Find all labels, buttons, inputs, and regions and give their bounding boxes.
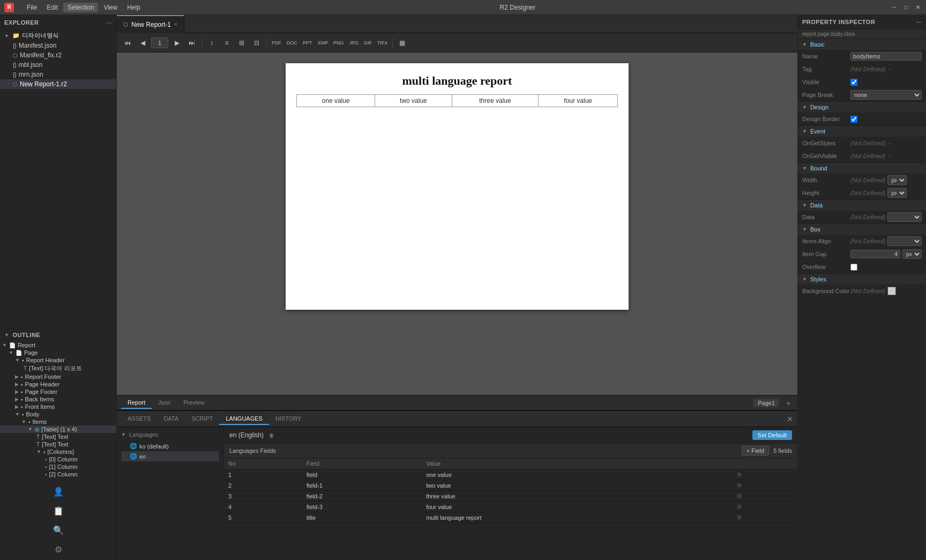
prop-section-box-title[interactable]: ▼ Box: [798, 224, 926, 235]
menu-file[interactable]: File: [23, 3, 41, 12]
canvas-area[interactable]: multi language report one value two valu…: [117, 53, 797, 395]
file-manifest-r2[interactable]: ⬡ Manifest_fix.r2: [0, 50, 116, 60]
on-get-styles-dots-icon[interactable]: [887, 140, 892, 146]
row-delete-icon[interactable]: ⊖: [737, 503, 742, 510]
set-default-button[interactable]: Set Default: [752, 430, 792, 440]
outline-header[interactable]: ▼ OUTLINE: [0, 328, 116, 341]
nav-next-button[interactable]: ▶: [170, 36, 183, 49]
report-tab[interactable]: ⬡ New Report-1 ×: [117, 15, 184, 33]
outline-table[interactable]: ▼ ⊞ [Table] (1 x 4): [0, 425, 116, 433]
fit-button[interactable]: ↕: [205, 36, 218, 49]
tab-close-icon[interactable]: ×: [174, 21, 177, 27]
prop-section-bound-title[interactable]: ▼ Bound: [798, 163, 926, 174]
outline-report-header[interactable]: ▼ ▪ Report Header: [0, 356, 116, 364]
sidebar-options-icon[interactable]: ···: [106, 18, 112, 27]
outline-page[interactable]: ▼ 📄 Page: [0, 349, 116, 356]
search-icon-button[interactable]: 🔍: [50, 521, 67, 539]
file-mrn-json[interactable]: {} mrn.json: [0, 70, 116, 79]
outline-report[interactable]: ▼ 📄 Report: [0, 341, 116, 349]
lang-delete-icon[interactable]: 🗑: [269, 432, 274, 438]
visible-checkbox[interactable]: [850, 79, 857, 86]
export-png-button[interactable]: PNG: [332, 36, 346, 49]
overflow-checkbox[interactable]: [850, 264, 857, 271]
menu-edit[interactable]: Edit: [42, 3, 62, 12]
tag-dots-icon[interactable]: [887, 66, 892, 72]
export-jpg-button[interactable]: JPG: [348, 36, 361, 49]
prop-section-event-title[interactable]: ▼ Event: [798, 126, 926, 137]
tab-script[interactable]: SCRIPT: [185, 413, 219, 425]
prop-section-basic-title[interactable]: ▼ Basic: [798, 39, 926, 50]
grid-view-button[interactable]: ▦: [396, 36, 409, 49]
prop-name-input[interactable]: [850, 52, 922, 61]
outline-back-items[interactable]: ▶ ▪ Back Items: [0, 395, 116, 403]
outline-report-footer[interactable]: ▶ ▪ Report Footer: [0, 373, 116, 380]
add-field-button[interactable]: + Field: [742, 446, 769, 456]
lang-item-en[interactable]: 🌐 en: [121, 451, 219, 461]
export-gif-button[interactable]: GIF: [362, 36, 374, 49]
export-ppt-button[interactable]: PPT: [301, 36, 314, 49]
file-mbl-json[interactable]: {} mbl.json: [0, 60, 116, 70]
tab-report[interactable]: Report: [121, 397, 152, 409]
outline-items[interactable]: ▼ ▪ Items: [0, 418, 116, 425]
on-get-visible-dots-icon[interactable]: [887, 153, 892, 159]
file-new-report[interactable]: ⬡ New Report-1.r2: [0, 79, 116, 89]
tab-languages[interactable]: LANGUAGES: [219, 413, 268, 425]
outline-page-footer[interactable]: ▶ ▪ Page Footer: [0, 388, 116, 395]
page-number-input[interactable]: [151, 38, 168, 48]
root-folder[interactable]: ▼ 📁 디자이너영식: [0, 31, 116, 41]
minimize-button[interactable]: ─: [891, 4, 898, 11]
menu-selection[interactable]: Selection: [63, 3, 98, 12]
outline-page-header[interactable]: ▶ ▪ Page Header: [0, 380, 116, 388]
close-button[interactable]: ✕: [914, 4, 922, 11]
tab-json[interactable]: Json: [152, 397, 177, 409]
tab-data[interactable]: DATA: [157, 413, 185, 425]
nav-first-button[interactable]: ⏮: [121, 36, 134, 49]
outline-col-1[interactable]: ▪ [1] Column: [0, 463, 116, 471]
export-tif-button[interactable]: TIF4: [376, 36, 389, 49]
item-gap-input[interactable]: [850, 250, 900, 258]
settings-icon-button[interactable]: ⚙: [50, 541, 67, 558]
grid-button[interactable]: ⊞: [235, 36, 248, 49]
history-icon-button[interactable]: 📋: [50, 502, 67, 519]
width-unit-select[interactable]: px: [887, 175, 907, 185]
outline-col-0[interactable]: ▪ [0] Column: [0, 456, 116, 463]
menu-help[interactable]: Help: [123, 3, 145, 12]
outline-text-1[interactable]: T [Text] Text: [0, 433, 116, 440]
export-xmp-button[interactable]: XMP: [316, 36, 330, 49]
menu-view[interactable]: View: [99, 3, 122, 12]
tab-assets[interactable]: ASSETS: [121, 413, 157, 425]
row-delete-icon[interactable]: ⊖: [737, 492, 742, 499]
row-delete-icon[interactable]: ⊖: [737, 482, 742, 488]
tab-preview[interactable]: Preview: [177, 397, 211, 409]
minus-button[interactable]: ⊟: [250, 36, 263, 49]
outline-body[interactable]: ▼ ▪ Body: [0, 410, 116, 418]
lang-item-ko[interactable]: 🌐 ko (default): [121, 441, 219, 451]
prop-section-styles-title[interactable]: ▼ Styles: [798, 274, 926, 285]
file-manifest-json[interactable]: {} Manifest.json: [0, 41, 116, 50]
outline-col-2[interactable]: ▪ [2] Column: [0, 471, 116, 478]
outline-text-korean[interactable]: T [Text] 다국어 리포트: [0, 364, 116, 373]
export-pdf-button[interactable]: PDF: [270, 36, 283, 49]
maximize-button[interactable]: □: [902, 4, 910, 11]
prop-options-icon[interactable]: ···: [916, 18, 922, 26]
nav-prev-button[interactable]: ◀: [136, 36, 149, 49]
export-doc-button[interactable]: DOC: [285, 36, 299, 49]
list-button[interactable]: ≡: [220, 36, 233, 49]
prop-section-design-title[interactable]: ▼ Design: [798, 102, 926, 113]
bg-color-preview[interactable]: [887, 287, 896, 295]
add-page-button[interactable]: +: [783, 398, 793, 408]
lang-panel-close-icon[interactable]: ✕: [787, 415, 793, 423]
outline-text-2[interactable]: T [Text] Text: [0, 440, 116, 448]
account-icon-button[interactable]: 👤: [50, 483, 67, 500]
tab-history[interactable]: HISTORY: [269, 413, 308, 425]
nav-last-button[interactable]: ⏭: [185, 36, 198, 49]
row-delete-icon[interactable]: ⊖: [737, 471, 742, 477]
outline-front-items[interactable]: ▶ ▪ Front Items: [0, 403, 116, 410]
data-select[interactable]: [887, 212, 922, 222]
design-border-checkbox[interactable]: [850, 116, 857, 123]
page-break-select[interactable]: none: [850, 90, 922, 100]
outline-columns[interactable]: ▼ ▪ [Columns]: [0, 448, 116, 456]
item-gap-unit-select[interactable]: px: [902, 249, 922, 259]
items-align-select[interactable]: [887, 236, 922, 246]
prop-section-data-title[interactable]: ▼ Data: [798, 200, 926, 211]
